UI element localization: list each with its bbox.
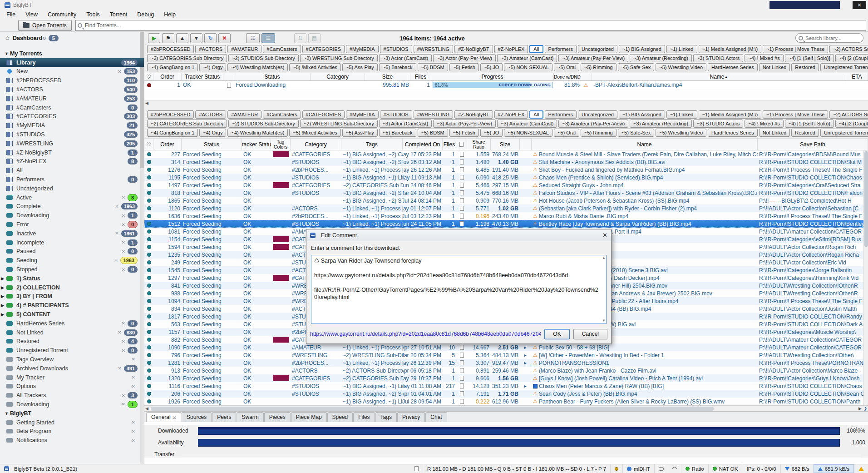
filter-tag--camcasters[interactable]: #CamCasters <box>263 45 301 53</box>
sidebar-item--amateur[interactable]: #AMATEUR253 <box>0 94 144 103</box>
table-row[interactable]: 227Forced SeedingOK#CATEGORIES~1) BIG As… <box>144 150 868 158</box>
remove-button[interactable]: ✕ <box>218 33 231 43</box>
filter-tag-all[interactable]: All <box>529 45 543 53</box>
filter-tag--5-wrestling-video[interactable]: ~5) Wrestling Video <box>656 63 706 71</box>
sidebar-item-tags-overview[interactable]: Tags Overview✕ <box>0 355 144 364</box>
sidebar-item-library[interactable]: Library1964 <box>0 58 144 67</box>
sidebar-item-active[interactable]: Active✕3 <box>0 193 144 202</box>
statusbar-segment[interactable]: 682 B/s <box>780 464 814 473</box>
filter-tag--1-media-assigned-m-[interactable]: ~1) Media Assigned (M:\) <box>699 45 762 53</box>
table-row[interactable]: 1120Forced SeedingOK#ACTORS~1) Linked, ~… <box>144 204 868 212</box>
column-header-Completed On[interactable]: Completed On <box>403 139 443 150</box>
tab-swarm[interactable]: Swarm <box>237 412 263 422</box>
filter-tag-performers[interactable]: Performers <box>545 45 577 53</box>
column-header-Category[interactable]: Category <box>311 73 365 80</box>
sidebar-item-restored[interactable]: Restored✕4 <box>0 337 144 346</box>
sidebar-item-downloading[interactable]: Downloading✕1 <box>0 211 144 220</box>
close-icon[interactable]: ✕ <box>118 69 121 74</box>
column-header-Files[interactable]: Files <box>410 73 431 80</box>
column-header-Order[interactable]: Order <box>153 73 182 80</box>
column-header-icon[interactable]: ♡ <box>144 73 153 80</box>
filter-tag--3-amateur-camcast-[interactable]: ~3) Amateur (CamCast) <box>497 54 557 62</box>
column-header-Tracker Status[interactable]: Tracker Status <box>242 139 271 150</box>
filter-tag--3-actor-camcast-[interactable]: ~3) Actor (CamCast) <box>379 119 432 128</box>
sidebar-item--wrestling[interactable]: #WRESTLING205 <box>0 139 144 148</box>
sidebar-item-my-tracker[interactable]: My Tracker✕ <box>0 373 144 382</box>
column-header-Files[interactable]: Files <box>443 139 456 150</box>
filter-tag--4-orgy[interactable]: ~4) Orgy <box>199 129 226 137</box>
collapse-icon[interactable]: ▶ <box>1 294 6 299</box>
search-library-input[interactable]: Search library... <box>795 33 863 43</box>
menu-item-debug[interactable]: Debug <box>137 11 154 18</box>
filter-tag--1-media-assigned-m-[interactable]: ~1) Media Assigned (M:\) <box>699 110 762 119</box>
filter-tag-unregistered-torrent[interactable]: Unregistered Torrent <box>820 63 868 71</box>
filter-tag--5-mixed-activities[interactable]: ~5) !Mixed Activities <box>289 63 341 71</box>
filter-tag--z-noplex[interactable]: #Z-NoPLEX <box>494 110 528 119</box>
filter-tag--5-safe-sex[interactable]: ~5) Safe-Sex <box>618 129 655 137</box>
sidebar-item-hardheroes-series[interactable]: HardHeroes Series✕0 <box>0 319 144 328</box>
table-row[interactable]: 1497Forced SeedingOK#CATEGORIES~2) CATEG… <box>144 181 868 189</box>
find-torrents-input[interactable]: Find Torrents... <box>75 20 866 31</box>
filter-tag--5-rimming[interactable]: ~5) Rimming <box>581 129 616 137</box>
filter-tag--2-categories-sub-directory[interactable]: ~2) CATEGORIES Sub Directory <box>147 119 227 128</box>
statusbar-segment[interactable]: IPs: 0 - 0/0/0 <box>742 464 780 473</box>
move-down-button[interactable]: ▼ <box>190 33 202 43</box>
tab-chat[interactable]: Chat <box>425 412 447 422</box>
tab-general[interactable]: General⊠ <box>146 412 181 422</box>
filter-tag-restored[interactable]: Restored <box>791 63 819 71</box>
sidebar-item-2-collection[interactable]: ▶2) COLLECTION <box>0 283 144 292</box>
filter-tag--4-2-couple-[interactable]: ~4) [2 (Couple)] <box>835 54 868 62</box>
close-icon[interactable]: ✕ <box>132 429 135 434</box>
sidebar-item--studios[interactable]: #STUDIOS425 <box>0 130 144 139</box>
close-icon[interactable]: ✕ <box>122 213 125 218</box>
table-row[interactable]: 1865Forced SeedingOK~1) BIG Assigned, ~2… <box>144 197 868 204</box>
scroll-right-icon[interactable]: ▶ <box>858 406 862 411</box>
column-header-Name[interactable]: Name <box>532 139 758 150</box>
tab-tags[interactable]: Tags <box>375 412 397 422</box>
filter-tag-unregistered-torrent[interactable]: Unregistered Torrent <box>820 129 868 137</box>
filter-tag--categories[interactable]: #CATEGORIES <box>302 110 345 119</box>
filter-tag--studios[interactable]: #STUDIOS <box>380 110 412 119</box>
filter-tag--3-amateur-pay-per-view-[interactable]: ~3) Amateur (Pay-Per-View) <box>558 54 628 62</box>
torrent-details-link[interactable]: https://www.gaytorrent.ru/details.php?id… <box>310 331 541 337</box>
cancel-button[interactable]: Cancel <box>573 329 607 339</box>
filter-tag--2-categories-sub-directory[interactable]: ~2) CATEGORIES Sub Directory <box>147 54 227 62</box>
filter-tag--2bprocessed[interactable]: #2bPROCESSED <box>147 110 194 119</box>
menu-item-view[interactable]: View <box>25 11 38 18</box>
close-icon[interactable]: ✕ <box>122 393 125 398</box>
sidebar-section-my-torrents[interactable]: ▼My Torrents <box>0 49 144 58</box>
column-header-icon[interactable] <box>223 73 234 80</box>
sidebar-item--2bprocessed[interactable]: #2bPROCESSED110 <box>0 76 144 85</box>
sidebar-item-uncategorized[interactable]: Uncategorized <box>0 184 144 193</box>
filter-tag--3-amateur-pay-per-view-[interactable]: ~3) Amateur (Pay-Per-View) <box>558 119 628 128</box>
filter-tag--4-1-self-solo-[interactable]: ~4) [1 (Self | Solo)] <box>785 54 834 62</box>
table-row[interactable]: 206Forced SeedingOK#STUDIOS~1) BIG Assig… <box>144 390 868 398</box>
refresh-icon[interactable]: ↻ <box>42 36 46 41</box>
table-row[interactable]: 314Forced SeedingOK#STUDIOS~1) BIG Assig… <box>144 158 868 166</box>
sidebar-item--camcasters[interactable]: #CamCasters0 <box>0 103 144 112</box>
filter-tag-uncategorized[interactable]: Uncategorized <box>578 45 617 53</box>
filter-tag--amateur[interactable]: #AMATEUR <box>227 45 261 53</box>
sidebar-item-unregistered-torrent[interactable]: Unregistered Torrent✕0 <box>0 346 144 355</box>
filter-tag-not-linked[interactable]: Not Linked <box>759 129 790 137</box>
filter-tag--5-mixed-activities[interactable]: ~5) !Mixed Activities <box>289 129 341 137</box>
filter-tag--5-jo[interactable]: ~5) JO <box>480 63 503 71</box>
filter-tag-restored[interactable]: Restored <box>791 129 819 137</box>
ok-button[interactable]: OK <box>544 329 569 339</box>
close-icon[interactable]: ✕ <box>122 249 125 254</box>
table-row[interactable]: 818Forced SeedingOK#STUDIOS~1) BIG Assig… <box>144 189 868 197</box>
tab-sources[interactable]: Sources <box>182 412 212 422</box>
column-header-Save Path[interactable]: Save Path <box>758 139 868 150</box>
close-icon[interactable]: ✕ <box>122 195 125 200</box>
statusbar-segment[interactable] <box>668 464 681 473</box>
column-header-icon[interactable]: ♡ <box>144 139 153 150</box>
statusbar-segment[interactable] <box>610 464 622 473</box>
table-row[interactable]: 913Forced SeedingOK#ACTORS~2) ACTORS Sub… <box>144 367 868 374</box>
panel-controls[interactable] <box>852 427 864 431</box>
tab-speed[interactable]: Speed <box>327 412 353 422</box>
comment-textarea[interactable]: ♺ Sarpa Van Rider Jay Townsend foreplay … <box>311 255 607 324</box>
column-header-icon[interactable] <box>456 139 467 150</box>
tab-piece-map[interactable]: Piece Map <box>291 412 327 422</box>
close-icon[interactable]: ✕ <box>122 267 125 272</box>
column-header-Tracker Status[interactable]: Tracker Status <box>182 73 223 80</box>
